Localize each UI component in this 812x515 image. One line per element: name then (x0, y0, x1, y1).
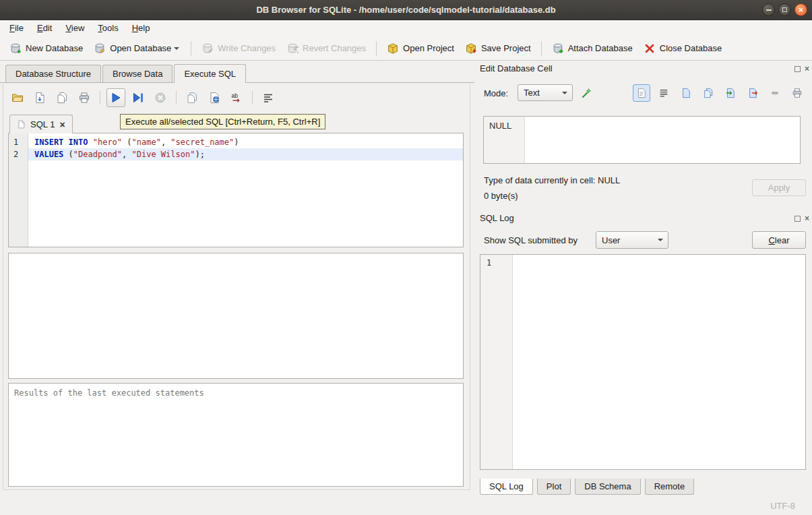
encoding-indicator: UTF-8 (770, 501, 795, 511)
close-panel-icon[interactable]: × (805, 214, 809, 222)
print-sql-button[interactable] (75, 88, 94, 107)
auto-switch-mode-button[interactable] (577, 84, 595, 102)
close-button[interactable]: × (794, 3, 807, 16)
menu-edit[interactable]: Edit (30, 20, 59, 36)
attach-database-label: Attach Database (568, 43, 633, 53)
export-icon (747, 88, 758, 98)
sql-tab-label: SQL 1 (30, 119, 55, 129)
log-filter-select[interactable]: User (596, 231, 668, 249)
titlebar: DB Browser for SQLite - /home/user/code/… (0, 0, 812, 20)
open-results-button[interactable] (183, 88, 201, 107)
find-replace-button[interactable]: ab (227, 88, 246, 107)
stop-button (151, 88, 170, 107)
line-number: 1 (13, 136, 28, 148)
open-sql-file-button[interactable] (8, 88, 27, 107)
import-cell-button[interactable] (722, 84, 739, 102)
code-area[interactable]: INSERT INTO "hero" ("name", "secret_name… (28, 133, 463, 247)
attach-database-button[interactable]: Attach Database (546, 39, 638, 58)
play-to-line-icon (132, 92, 144, 104)
open-database-label: Open Database (110, 43, 171, 53)
minimize-button[interactable] (762, 3, 775, 16)
documents-icon (56, 92, 68, 104)
copy-cell-button[interactable] (677, 84, 695, 102)
results-grid[interactable] (8, 253, 464, 379)
results-placeholder: Results of the last executed statements (14, 388, 204, 398)
printer-icon (792, 88, 803, 98)
print-cell-button[interactable] (788, 84, 806, 102)
menu-help[interactable]: Help (125, 20, 157, 36)
main-toolbar: New Database Open Database Write Changes… (0, 36, 812, 61)
word-wrap-button[interactable] (205, 88, 224, 107)
maximize-button[interactable] (778, 3, 791, 16)
clear-log-button[interactable]: Clear (752, 231, 806, 249)
close-tab-icon[interactable]: × (59, 119, 65, 130)
chevron-down-icon[interactable] (174, 47, 179, 53)
set-null-button[interactable] (766, 84, 784, 102)
cell-editor-area[interactable] (525, 117, 800, 163)
float-panel-icon[interactable] (794, 66, 801, 72)
results-message: Results of the last executed statements (8, 383, 464, 487)
close-panel-icon[interactable]: × (805, 65, 809, 73)
tab-database-structure[interactable]: Database Structure (5, 65, 101, 82)
sql-line-2[interactable]: VALUES ("Deadpond", "Dive Wilson"); (28, 148, 463, 160)
maximize-icon (782, 7, 787, 12)
tab-browse-data[interactable]: Browse Data (102, 65, 173, 82)
tab-execute-sql[interactable]: Execute SQL (174, 64, 246, 83)
sql-editor-tab[interactable]: SQL 1 × (9, 115, 73, 133)
play-icon (110, 92, 122, 104)
pages-icon (186, 92, 198, 104)
open-project-label: Open Project (403, 43, 454, 53)
log-filter-label: Show SQL submitted by (484, 235, 577, 245)
float-panel-icon[interactable] (794, 216, 801, 222)
dock-tab-plot[interactable]: Plot (537, 479, 571, 495)
open-project-button[interactable]: Open Project (381, 39, 460, 58)
toolbar-separator (376, 41, 377, 56)
save-sql-file-button[interactable] (30, 88, 49, 107)
edit-cell-dock-buttons: × (794, 65, 809, 73)
format-sql-button[interactable] (259, 88, 278, 107)
word-wrap-cell-button[interactable] (655, 84, 673, 102)
dock-tab-db-schema[interactable]: DB Schema (575, 479, 640, 495)
log-line-number-gutter: 1 (480, 255, 513, 469)
dock-tab-remote[interactable]: Remote (645, 479, 695, 495)
dock-tab-sql-log[interactable]: SQL Log (480, 479, 533, 495)
null-icon (770, 88, 780, 98)
db-browser-window: DB Browser for SQLite - /home/user/code/… (0, 0, 812, 515)
sql-text: ) (234, 138, 239, 147)
menu-file[interactable]: File (3, 20, 30, 36)
statusbar: UTF-8 (0, 497, 812, 515)
mode-select[interactable]: Text (518, 84, 573, 101)
sql-editor[interactable]: 1 2 INSERT INTO "hero" ("name", "secret_… (8, 133, 464, 247)
close-database-button[interactable]: Close Database (638, 39, 728, 58)
printer-icon (78, 92, 90, 104)
revert-changes-button: Revert Changes (281, 39, 371, 58)
save-project-button[interactable]: Save Project (460, 39, 536, 58)
export-cell-button[interactable] (744, 84, 761, 102)
open-database-button[interactable]: Open Database (88, 39, 186, 58)
sql-text: ( (122, 138, 131, 147)
save-sql-file-as-button[interactable] (53, 88, 71, 107)
menu-view[interactable]: View (59, 20, 91, 36)
execute-all-button[interactable] (106, 88, 125, 107)
log-filter-value: User (602, 235, 620, 245)
find-replace-icon: ab (230, 92, 243, 104)
menu-tools[interactable]: Tools (91, 20, 125, 36)
log-content[interactable] (513, 255, 805, 469)
execute-line-button[interactable] (129, 88, 148, 107)
new-database-label: New Database (26, 43, 83, 53)
sql-line-1[interactable]: INSERT INTO "hero" ("name", "secret_name… (28, 136, 463, 148)
paste-cell-button[interactable] (699, 84, 717, 102)
import-icon (725, 88, 736, 98)
mode-value: Text (524, 88, 540, 98)
new-database-button[interactable]: New Database (4, 39, 88, 58)
cell-editor[interactable]: NULL (483, 116, 801, 164)
sql-log-view[interactable]: 1 (480, 254, 806, 470)
sql-text: , (122, 150, 131, 159)
sql-string: "Dive Wilson" (132, 150, 195, 159)
tooltip: Execute all/selected SQL [Ctrl+Return, F… (120, 114, 325, 129)
text-view-button[interactable] (633, 84, 650, 102)
cell-size-info: 0 byte(s) (484, 191, 518, 201)
sql-log-dock-buttons: × (794, 214, 809, 222)
toolbar-separator (191, 41, 191, 56)
write-changes-label: Write Changes (218, 43, 276, 53)
